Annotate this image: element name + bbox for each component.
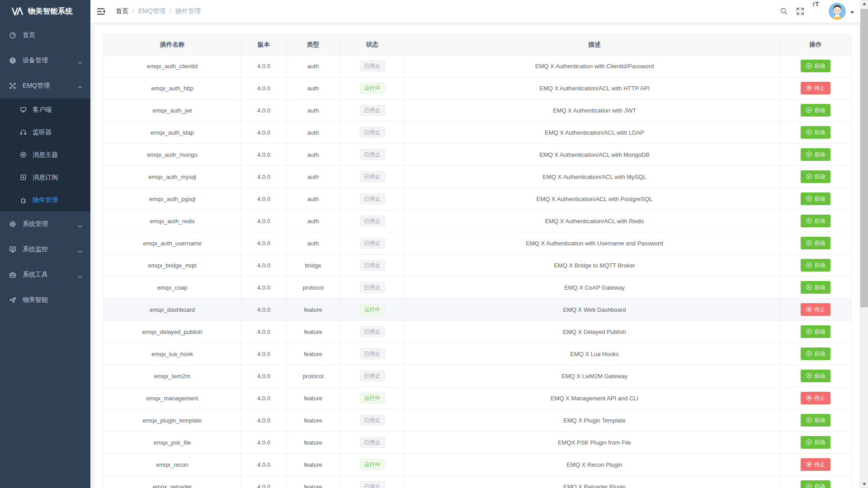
start-plugin-button[interactable]: 启动 [801, 148, 830, 161]
headphones-icon [20, 129, 27, 136]
plugin-version: 4.0.0 [241, 55, 287, 77]
plugin-name: emqx_lua_hook [104, 343, 241, 365]
sidebar-item-system-mgmt[interactable]: 系统管理 [0, 211, 90, 237]
status-badge: 已停止 [360, 415, 385, 426]
plugin-version: 4.0.0 [241, 432, 287, 454]
button-icon [806, 174, 812, 180]
start-plugin-button[interactable]: 启动 [801, 60, 830, 72]
plugin-type: protocol [287, 365, 340, 387]
start-plugin-button[interactable]: 启动 [801, 104, 830, 117]
table-row: emqx_auth_jwt 4.0.0 auth 已停止 EMQ X Authe… [104, 99, 852, 122]
start-plugin-button[interactable]: 启动 [801, 480, 830, 488]
plugin-version: 4.0.0 [241, 476, 287, 488]
main-area: 首页 / EMQ管理 / 插件管理 TT [90, 0, 860, 488]
plugin-version: 4.0.0 [241, 365, 287, 387]
stop-plugin-button[interactable]: 停止 [801, 392, 830, 404]
app-logo[interactable]: 物美智能系统 [0, 0, 90, 23]
status-badge: 已停止 [360, 216, 385, 226]
breadcrumb-separator: / [170, 8, 171, 15]
header-type: 类型 [287, 35, 340, 55]
plugin-description: EMQ X Management API and CLI [405, 387, 780, 409]
plugin-description: EMQ X Delayed Publish [405, 321, 780, 343]
button-icon [806, 151, 812, 158]
plugin-description: EMQX PSK Plugin from File [405, 432, 780, 454]
plugin-type: feature [287, 387, 340, 409]
start-plugin-button[interactable]: 启动 [801, 170, 830, 183]
button-icon [806, 218, 812, 225]
breadcrumb-home[interactable]: 首页 [116, 7, 128, 15]
plugin-name: emqx_auth_clientid [104, 55, 241, 77]
table-row: emqx_auth_pgsql 4.0.0 auth 已停止 EMQ X Aut… [104, 188, 852, 210]
sidebar-item-wumei-smart[interactable]: 物美智能 [0, 287, 90, 313]
sidebar-item-topics[interactable]: 消息主题 [0, 144, 90, 166]
toolbox-icon [9, 271, 16, 278]
start-plugin-button[interactable]: 启动 [801, 370, 830, 382]
button-icon [806, 483, 812, 488]
breadcrumb-emq[interactable]: EMQ管理 [138, 7, 165, 15]
start-plugin-button[interactable]: 启动 [801, 192, 830, 205]
start-plugin-button[interactable]: 启动 [801, 414, 830, 427]
sidebar-item-listeners[interactable]: 监听器 [0, 121, 90, 144]
sidebar-item-device-mgmt[interactable]: 设备管理 [0, 48, 90, 73]
scrollbar-up-arrow[interactable] [860, 0, 868, 8]
sidebar-item-plugins[interactable]: 插件管理 [0, 189, 90, 211]
plugin-name: emqx_auth_jwt [104, 99, 241, 122]
search-icon[interactable] [776, 0, 792, 23]
start-plugin-button[interactable]: 启动 [801, 237, 830, 249]
stop-plugin-button[interactable]: 停止 [801, 303, 830, 316]
start-plugin-button[interactable]: 启动 [801, 215, 830, 227]
table-row: emqx_lua_hook 4.0.0 feature 已停止 EMQ X Lu… [104, 343, 852, 365]
table-row: emqx_management 4.0.0 feature 运行中 EMQ X … [104, 387, 852, 409]
button-icon [806, 351, 812, 357]
plugin-type: auth [287, 232, 340, 254]
fullscreen-icon[interactable] [792, 0, 808, 23]
user-avatar-dropdown[interactable] [829, 3, 854, 20]
status-badge: 已停止 [360, 193, 385, 204]
stop-plugin-button[interactable]: 停止 [801, 82, 830, 94]
plugin-description: EMQ X CoAP Gateway [405, 277, 780, 299]
sidebar-item-home[interactable]: 首页 [0, 23, 90, 48]
plugin-type: feature [287, 432, 340, 454]
plugin-version: 4.0.0 [241, 387, 287, 409]
sidebar-item-subscriptions[interactable]: 消息订阅 [0, 166, 90, 189]
start-plugin-button[interactable]: 启动 [801, 281, 830, 294]
start-plugin-button[interactable]: 启动 [801, 347, 830, 360]
plugin-description: EMQ X Web Dashboard [405, 299, 780, 321]
button-icon [806, 461, 812, 468]
plugin-name: emqx_auth_http [104, 77, 241, 99]
sidebar-collapse-button[interactable] [90, 0, 112, 23]
sidebar-item-clients[interactable]: 客户端 [0, 99, 90, 121]
plugin-description: EMQ X LwM2M Gateway [405, 365, 780, 387]
vertical-scrollbar[interactable] [860, 0, 868, 488]
button-icon [806, 306, 812, 313]
plugin-name: emqx_reloader [104, 476, 241, 488]
start-plugin-button[interactable]: 启动 [801, 126, 830, 139]
sidebar-menu: 首页 设备管理 EMQ管理 客户端 [0, 23, 90, 313]
scrollbar-thumb[interactable] [860, 9, 868, 307]
plugin-description: EMQ X Reloader Plugin [405, 476, 780, 488]
table-row: emqx_auth_ldap 4.0.0 auth 已停止 EMQ X Auth… [104, 122, 852, 144]
table-row: emqx_psk_file 4.0.0 feature 已停止 EMQX PSK… [104, 432, 852, 454]
plugin-name: emqx_auth_username [104, 232, 241, 254]
plugin-type: auth [287, 55, 340, 77]
chevron-down-icon [78, 248, 82, 255]
font-size-icon[interactable]: TT [808, 0, 823, 23]
plugin-description: EMQ X Recon Plugin [405, 454, 780, 476]
chevron-up-icon [78, 84, 82, 91]
stop-plugin-button[interactable]: 停止 [801, 458, 830, 471]
start-plugin-button[interactable]: 启动 [801, 436, 830, 449]
sidebar-item-system-monitor[interactable]: 系统监控 [0, 237, 90, 262]
plugin-description: EMQ X Plugin Template [405, 409, 780, 432]
plugin-version: 4.0.0 [241, 232, 287, 254]
scrollbar-down-arrow[interactable] [860, 480, 868, 488]
sidebar-item-system-tools[interactable]: 系统工具 [0, 262, 90, 287]
start-plugin-button[interactable]: 启动 [801, 325, 830, 338]
device-icon [9, 57, 16, 64]
table-row: emqx_auth_username 4.0.0 auth 已停止 EMQ X … [104, 232, 852, 254]
status-badge: 已停止 [360, 149, 385, 160]
sidebar-item-emq-mgmt[interactable]: EMQ管理 [0, 73, 90, 99]
button-icon [806, 395, 812, 402]
table-row: emqx_dashboard 4.0.0 feature 运行中 EMQ X W… [104, 299, 852, 321]
start-plugin-button[interactable]: 启动 [801, 259, 830, 272]
plugin-type: auth [287, 166, 340, 188]
